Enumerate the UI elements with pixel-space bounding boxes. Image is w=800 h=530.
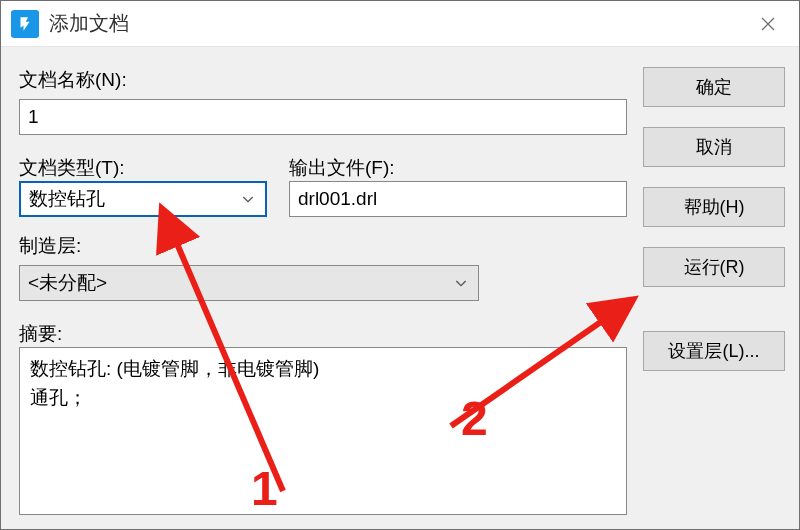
mfg-layer-value: <未分配> bbox=[28, 270, 107, 296]
button-column: 确定 取消 帮助(H) 运行(R) 设置层(L)... bbox=[643, 61, 785, 515]
titlebar: 添加文档 bbox=[1, 1, 799, 47]
mfg-layer-combobox[interactable]: <未分配> bbox=[19, 265, 479, 301]
client-area: 文档名称(N): 文档类型(T): 数控钻孔 输出文件(F): bbox=[1, 47, 799, 529]
output-file-label: 输出文件(F): bbox=[289, 155, 627, 181]
close-icon bbox=[759, 15, 777, 33]
app-icon bbox=[11, 10, 39, 38]
chevron-down-icon bbox=[237, 188, 259, 210]
ok-button[interactable]: 确定 bbox=[643, 67, 785, 107]
doc-type-value: 数控钻孔 bbox=[29, 186, 105, 212]
dialog-window: 添加文档 文档名称(N): 文档类型(T): 数控钻孔 bbox=[0, 0, 800, 530]
mfg-layer-label: 制造层: bbox=[19, 233, 627, 259]
window-title: 添加文档 bbox=[49, 10, 743, 37]
doc-name-label: 文档名称(N): bbox=[19, 67, 627, 93]
doc-type-combobox[interactable]: 数控钻孔 bbox=[19, 181, 267, 217]
cancel-button[interactable]: 取消 bbox=[643, 127, 785, 167]
run-button[interactable]: 运行(R) bbox=[643, 247, 785, 287]
set-layer-button[interactable]: 设置层(L)... bbox=[643, 331, 785, 371]
close-button[interactable] bbox=[743, 1, 793, 47]
output-file-input[interactable] bbox=[289, 181, 627, 217]
summary-textarea[interactable]: 数控钻孔: (电镀管脚，非电镀管脚) 通孔； bbox=[19, 347, 627, 515]
form-column: 文档名称(N): 文档类型(T): 数控钻孔 输出文件(F): bbox=[19, 61, 627, 515]
doc-name-input[interactable] bbox=[19, 99, 627, 135]
chevron-down-icon bbox=[450, 272, 472, 294]
help-button[interactable]: 帮助(H) bbox=[643, 187, 785, 227]
summary-label: 摘要: bbox=[19, 321, 627, 347]
doc-type-label: 文档类型(T): bbox=[19, 155, 267, 181]
